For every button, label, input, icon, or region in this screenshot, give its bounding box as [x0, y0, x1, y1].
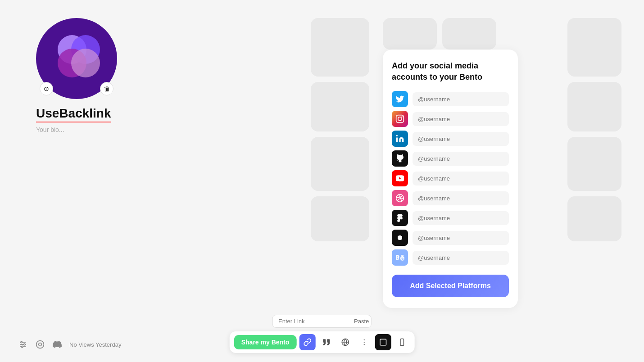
svg-point-5 [398, 117, 402, 121]
placeholder-card-r3 [567, 137, 621, 191]
placeholder-card-top-1 [383, 18, 437, 50]
link-input[interactable] [278, 318, 354, 325]
dribbble-input[interactable] [413, 191, 509, 205]
github-icon [392, 150, 408, 167]
figma-input[interactable] [413, 211, 509, 225]
grid-top-mid [383, 18, 496, 50]
placeholder-card-1 [311, 18, 369, 77]
clubhouse-icon: ⏺ [392, 230, 408, 246]
figma-row [392, 210, 509, 226]
paste-button[interactable]: Paste [354, 318, 369, 325]
linkedin-icon [392, 131, 408, 147]
svg-point-23 [22, 346, 23, 347]
behance-input[interactable] [413, 251, 509, 265]
twitter-icon [392, 91, 408, 107]
toolbar-buttons-bar: Share my Bento [230, 331, 415, 353]
social-media-card: Add your social media accounts to your B… [383, 50, 518, 308]
dribbble-row [392, 190, 509, 206]
placeholder-card-r4 [567, 196, 621, 241]
svg-point-3 [71, 49, 100, 77]
globe-icon-button[interactable] [337, 334, 353, 350]
svg-point-25 [39, 343, 42, 346]
no-views-label: No Views Yesterday [69, 341, 121, 348]
svg-rect-4 [396, 115, 404, 123]
grid-left [311, 18, 369, 241]
bottom-left-icons: No Views Yesterday [18, 339, 121, 349]
svg-point-21 [21, 341, 22, 343]
instagram-input[interactable] [413, 112, 509, 126]
svg-point-13 [363, 342, 364, 343]
phone-icon-button[interactable] [394, 334, 410, 350]
svg-point-22 [24, 344, 25, 345]
social-card-title: Add your social media accounts to your B… [392, 60, 509, 83]
bottom-toolbar: Paste Share my Bento [230, 315, 415, 353]
youtube-input[interactable] [413, 172, 509, 186]
linkedin-row [392, 131, 509, 147]
placeholder-card-r2 [567, 82, 621, 131]
svg-point-14 [363, 344, 364, 345]
svg-point-12 [363, 339, 364, 340]
share-my-bento-button[interactable]: Share my Bento [234, 335, 297, 349]
twitter-input[interactable] [413, 92, 509, 106]
figma-icon [392, 210, 408, 226]
quote-icon-button[interactable] [318, 334, 334, 350]
twitter-row [392, 91, 509, 107]
settings-icon[interactable] [18, 339, 28, 349]
discord-icon[interactable] [52, 339, 62, 349]
avatar-delete-button[interactable]: 🗑 [100, 82, 113, 95]
github-input[interactable] [413, 152, 509, 166]
dribbble-icon [392, 190, 408, 206]
behance-row [392, 249, 509, 266]
youtube-icon [392, 170, 408, 186]
svg-rect-16 [400, 339, 404, 346]
svg-rect-15 [380, 339, 386, 345]
profile-name: UseBacklink [36, 106, 111, 122]
placeholder-card-2 [311, 82, 369, 131]
more-icon-button[interactable] [356, 334, 372, 350]
add-selected-platforms-button[interactable]: Add Selected Platforms [392, 275, 509, 297]
clubhouse-row: ⏺ [392, 230, 509, 246]
placeholder-card-top-2 [442, 18, 496, 50]
youtube-row [392, 170, 509, 186]
github-row [392, 150, 509, 167]
svg-point-6 [401, 117, 403, 118]
instagram-icon [392, 111, 408, 127]
link-input-row: Paste [272, 315, 372, 328]
link-icon-button[interactable] [299, 334, 315, 350]
profile-section: ⊙ 🗑 UseBacklink Your bio... [36, 18, 117, 133]
square-icon-button[interactable] [375, 334, 391, 350]
placeholder-card-4 [311, 196, 369, 241]
avatar-edit-button[interactable]: ⊙ [40, 82, 53, 95]
grid-right [567, 18, 621, 241]
circle-icon[interactable] [35, 339, 45, 349]
clubhouse-input[interactable] [413, 231, 509, 245]
linkedin-input[interactable] [413, 132, 509, 146]
placeholder-card-3 [311, 137, 369, 191]
svg-point-7 [396, 135, 398, 136]
instagram-row [392, 111, 509, 127]
profile-bio: Your bio... [36, 126, 64, 133]
behance-icon [392, 249, 408, 266]
svg-point-24 [36, 341, 44, 348]
placeholder-card-r1 [567, 18, 621, 77]
avatar-wrapper: ⊙ 🗑 [36, 18, 117, 99]
